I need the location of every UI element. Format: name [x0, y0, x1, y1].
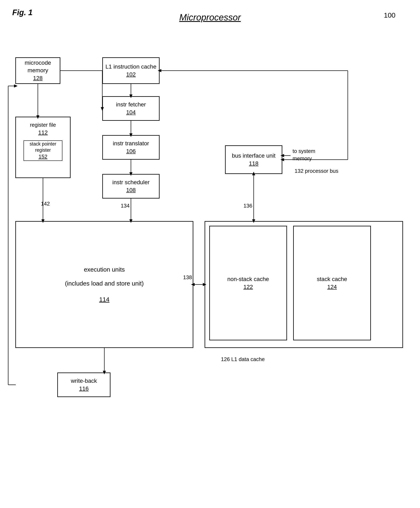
- instr-translator-label: instr translator: [113, 140, 149, 147]
- l1-instruction-cache-box: L1 instruction cache 102: [102, 57, 160, 84]
- register-file-label: register file: [30, 122, 56, 128]
- write-back-label: write-back: [71, 377, 97, 385]
- bus-interface-unit-ref: 118: [249, 160, 258, 167]
- instr-fetcher-ref: 104: [126, 109, 136, 116]
- l1-instruction-cache-label: L1 instruction cache: [105, 63, 156, 70]
- ref-126-label: 126 L1 data cache: [221, 356, 265, 362]
- execution-units-box: execution units (includes load and store…: [15, 221, 193, 348]
- fig-label: Fig. 1: [12, 8, 33, 17]
- instr-translator-box: instr translator 106: [102, 135, 160, 160]
- instr-scheduler-ref: 108: [126, 187, 136, 194]
- execution-units-ref: 114: [65, 295, 144, 304]
- to-system-memory-label: to system memory: [293, 147, 315, 162]
- microcode-memory-ref: 128: [33, 75, 43, 82]
- instr-fetcher-box: instr fetcher 104: [102, 96, 160, 121]
- stack-cache-label: stack cache: [317, 276, 347, 283]
- stack-pointer-register-label: stack pointerregister: [30, 141, 56, 153]
- non-stack-cache-ref: 122: [243, 283, 253, 291]
- ref-142-label: 142: [41, 201, 50, 207]
- stack-pointer-register-ref: 152: [38, 153, 47, 160]
- instr-translator-ref: 106: [126, 148, 136, 155]
- ref-138-label: 138: [183, 274, 192, 281]
- instr-scheduler-box: instr scheduler 108: [102, 174, 160, 199]
- svg-marker-33: [14, 84, 17, 87]
- execution-units-label: execution units: [65, 265, 144, 275]
- instr-scheduler-label: instr scheduler: [112, 179, 149, 186]
- ref-134-label: 134: [121, 203, 130, 209]
- microcode-memory-box: microcode memory 128: [15, 57, 60, 84]
- page-title: Microprocessor: [179, 12, 241, 22]
- ref-132-label: 132 processor bus: [295, 168, 338, 174]
- execution-units-sublabel: (includes load and store unit): [65, 279, 144, 288]
- write-back-ref: 116: [79, 385, 89, 392]
- non-stack-cache-label: non-stack cache: [227, 276, 269, 283]
- ref-136-label: 136: [243, 203, 252, 209]
- l1-data-cache-outer-box: non-stack cache 122 stack cache 124: [205, 221, 403, 348]
- stack-cache-box: stack cache 124: [293, 226, 371, 340]
- stack-cache-ref: 124: [327, 283, 337, 291]
- register-file-box: register file 112 stack pointerregister …: [15, 117, 71, 178]
- register-file-ref: 112: [38, 129, 48, 136]
- microcode-memory-label: microcode memory: [16, 59, 60, 74]
- ref-100: 100: [384, 11, 395, 19]
- bus-interface-unit-label: bus interface unit: [232, 152, 275, 159]
- non-stack-cache-box: non-stack cache 122: [209, 226, 287, 340]
- bus-interface-unit-box: bus interface unit 118: [225, 145, 282, 174]
- write-back-box: write-back 116: [57, 373, 111, 397]
- l1-instruction-cache-ref: 102: [126, 71, 136, 78]
- stack-pointer-register-box: stack pointerregister 152: [23, 140, 62, 161]
- instr-fetcher-label: instr fetcher: [116, 101, 146, 108]
